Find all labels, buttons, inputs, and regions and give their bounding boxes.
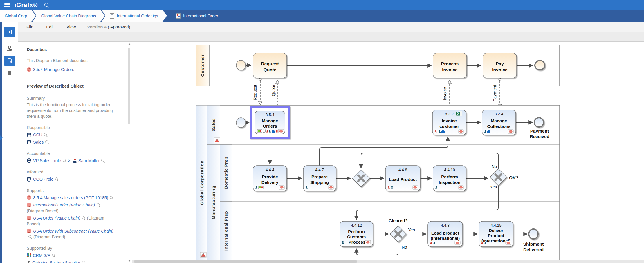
supports-link[interactable]: USA Order With Subcontract (Value Chain) bbox=[33, 229, 113, 233]
menu-view[interactable]: View bbox=[62, 23, 80, 30]
magnifier-icon[interactable] bbox=[101, 159, 105, 163]
scrollbar-thumb[interactable] bbox=[134, 260, 357, 263]
supported-by-link[interactable]: CRM S/F bbox=[33, 253, 50, 258]
scrollbar-thumb[interactable] bbox=[128, 48, 130, 124]
magnifier-icon[interactable] bbox=[110, 196, 114, 200]
panel-expander-icon[interactable] bbox=[0, 135, 3, 140]
hamburger-menu-icon[interactable] bbox=[4, 3, 10, 7]
describes-link[interactable]: 3.5.4 Manage Orders bbox=[33, 67, 74, 72]
breadcrumb-value-chain-diagrams[interactable]: Global Value Chain Diagrams bbox=[32, 10, 105, 22]
summary-label: Summary bbox=[27, 95, 118, 101]
svg-text:Customs: Customs bbox=[347, 234, 366, 239]
magnifier-icon[interactable] bbox=[96, 203, 100, 207]
status-bar-icon bbox=[258, 186, 263, 189]
describes-title: Describes bbox=[27, 47, 118, 52]
process-icon bbox=[27, 216, 31, 220]
task-deliver-product-international[interactable]: 4.4.15 Deliver Product (International) bbox=[479, 221, 513, 247]
supports-link[interactable]: International Order (Value Chain) bbox=[33, 203, 95, 207]
process-icon bbox=[27, 67, 31, 72]
process-hierarchy-icon[interactable] bbox=[4, 43, 15, 53]
red-oval-badge-icon bbox=[458, 130, 464, 133]
breadcrumb: Global Corp Global Value Chain Diagrams … bbox=[0, 10, 644, 22]
start-event-customer[interactable] bbox=[236, 60, 246, 70]
task-manage-collections[interactable]: 8.2.4 Manage Collections bbox=[482, 110, 516, 135]
details-panel-icon[interactable]: i bbox=[4, 56, 15, 66]
magnifier-icon[interactable] bbox=[55, 177, 59, 181]
menu-file[interactable]: File bbox=[22, 23, 38, 30]
task-perform-customs-process[interactable]: 4.4.12 Perform Customs Process bbox=[340, 221, 373, 247]
svg-text:Delivery: Delivery bbox=[261, 180, 279, 185]
svg-text:Collections: Collections bbox=[487, 124, 511, 129]
task-prepare-shipping[interactable]: 4.4.7 Prepare Shipping bbox=[303, 166, 336, 191]
informed-role-link[interactable]: COO - role bbox=[33, 177, 53, 182]
task-pay-invoice[interactable]: Pay Invoice bbox=[483, 53, 517, 78]
list-item: USA Order With Subcontract (Value Chain)… bbox=[27, 228, 118, 240]
supports-link[interactable]: 3.5.4 Manage sales orders (PCF 10185) bbox=[33, 195, 108, 200]
org-unit-icon bbox=[27, 133, 31, 137]
magnifier-icon[interactable] bbox=[44, 133, 48, 137]
label-no: No bbox=[491, 164, 497, 169]
svg-text:8.2.2: 8.2.2 bbox=[445, 112, 454, 116]
svg-text:Deliver: Deliver bbox=[489, 228, 503, 233]
svg-text:Shipping: Shipping bbox=[310, 180, 329, 185]
horizontal-scrollbar[interactable] bbox=[132, 260, 644, 263]
start-event-sales[interactable] bbox=[236, 118, 246, 128]
supported-by-link[interactable]: Ordering System Supplier bbox=[32, 260, 80, 263]
magnifier-icon[interactable] bbox=[52, 253, 56, 257]
responsible-label: Responsible bbox=[27, 125, 118, 130]
summary-text: This is the functional process for takin… bbox=[27, 102, 118, 119]
red-oval-badge-icon bbox=[458, 186, 464, 189]
breadcrumb-international-order-igx[interactable]: International Order.igx bbox=[101, 10, 167, 22]
panel-scrollbar[interactable] bbox=[127, 42, 131, 263]
task-manage-orders-selected[interactable]: 3.5.4 Manage Orders bbox=[251, 107, 289, 138]
value-chain-diagram-icon bbox=[176, 13, 181, 19]
svg-text:Invoice: Invoice bbox=[442, 118, 457, 123]
task-invoice-customer[interactable]: 8.2.2 Invoice customer bbox=[432, 110, 466, 135]
magnifier-icon[interactable] bbox=[82, 261, 86, 263]
task-request-quote[interactable]: Request Quote bbox=[253, 53, 287, 78]
gateway-label-ok: OK? bbox=[509, 175, 519, 180]
scroll-down-icon[interactable] bbox=[128, 260, 131, 262]
list-item: CRM S/F bbox=[27, 253, 118, 258]
task-load-product[interactable]: 4.4.8 Load Product bbox=[385, 166, 420, 191]
responsible-sales-link[interactable]: Sales bbox=[33, 140, 44, 144]
task-load-product-international[interactable]: 4.4.8 Load product (International) bbox=[428, 221, 463, 247]
chevron-separator: > bbox=[66, 158, 71, 163]
scroll-up-icon[interactable] bbox=[128, 43, 131, 45]
task-process-invoice[interactable]: Process Invoice bbox=[433, 53, 467, 78]
accountable-role-link[interactable]: VP Sales - role bbox=[33, 158, 61, 163]
responsible-ccu-link[interactable]: CCU bbox=[33, 133, 42, 137]
svg-text:4.4.7: 4.4.7 bbox=[315, 168, 324, 172]
breadcrumb-international-order-diagram[interactable]: International Order bbox=[169, 10, 227, 22]
task-provide-delivery[interactable]: 4.4.4 Provide Delivery bbox=[253, 166, 287, 191]
list-item: Sales bbox=[27, 139, 118, 145]
menu-edit[interactable]: Edit bbox=[42, 23, 58, 30]
lane-label-sales: Sales bbox=[211, 118, 216, 131]
breadcrumb-global-corp[interactable]: Global Corp bbox=[0, 10, 36, 22]
magnifier-icon[interactable] bbox=[28, 235, 32, 239]
process-icon bbox=[27, 203, 31, 207]
svg-text:Inspection: Inspection bbox=[439, 180, 460, 185]
value-chain-diagram: X Customer Request Quote Invoice Payment… bbox=[132, 42, 644, 263]
magnifier-icon[interactable] bbox=[82, 216, 86, 220]
lane-label-domestic-prep: Domestic Prep bbox=[223, 157, 228, 189]
warning-triangle-icon[interactable] bbox=[200, 252, 206, 257]
end-event-customer[interactable] bbox=[535, 61, 545, 70]
supports-link[interactable]: USA Order (Value Chain) bbox=[33, 216, 80, 220]
lane-label-international-prep: International Prep bbox=[223, 211, 228, 251]
database-icon bbox=[263, 129, 265, 133]
red-square-icon bbox=[276, 130, 278, 133]
open-diagram-icon[interactable] bbox=[4, 27, 15, 37]
warning-triangle-icon[interactable] bbox=[214, 138, 220, 143]
documents-icon[interactable] bbox=[4, 68, 15, 78]
diagram-canvas[interactable]: X Customer Request Quote Invoice Payment… bbox=[132, 41, 644, 263]
svg-text:Quote: Quote bbox=[264, 67, 277, 72]
search-icon[interactable] bbox=[44, 2, 49, 8]
magnifier-icon[interactable] bbox=[45, 140, 49, 144]
magnifier-icon[interactable] bbox=[62, 159, 66, 163]
accountable-person-link[interactable]: Sam Muller bbox=[78, 158, 100, 163]
task-perform-inspection[interactable]: 4.4.10 Perform Inspection bbox=[433, 166, 466, 191]
svg-text:Product: Product bbox=[488, 233, 504, 238]
svg-text:3.5.4: 3.5.4 bbox=[266, 113, 275, 117]
describes-link-row: 3.5.4 Manage Orders bbox=[27, 67, 118, 72]
